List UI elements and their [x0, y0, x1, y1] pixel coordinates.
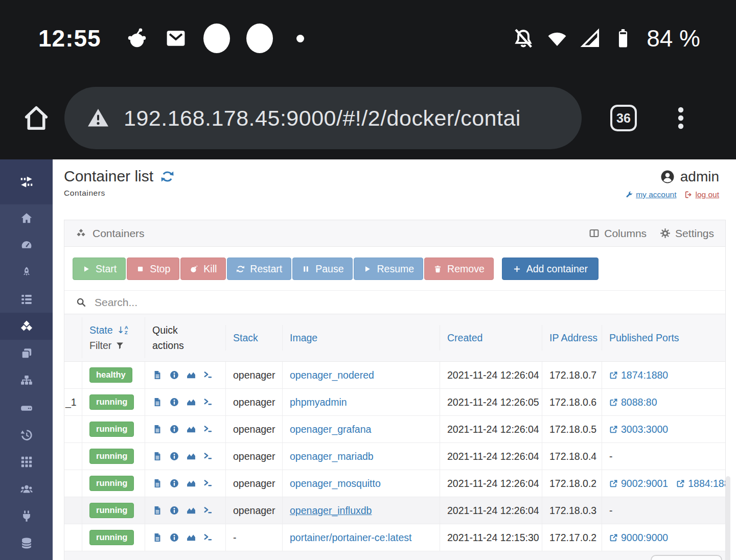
filter-funnel-icon[interactable] — [116, 341, 124, 350]
console-icon[interactable] — [203, 397, 213, 407]
logs-icon[interactable] — [152, 370, 163, 380]
inspect-icon[interactable] — [169, 424, 179, 434]
stats-icon[interactable] — [186, 478, 196, 488]
sync-icon — [236, 265, 245, 273]
restart-button[interactable]: Restart — [227, 258, 291, 280]
table-row: healthyopenageropenager_nodered2021-11-2… — [64, 362, 725, 389]
header-ip-address[interactable]: IP Address — [542, 325, 602, 351]
sidebar-item-dashboard[interactable] — [0, 231, 53, 259]
stop-button[interactable]: Stop — [127, 258, 179, 280]
image-link[interactable]: openager_nodered — [290, 369, 374, 381]
sidebar-item-users[interactable] — [0, 475, 53, 502]
tab-switcher-button[interactable]: 36 — [610, 105, 637, 131]
header-published-ports[interactable]: Published Ports — [602, 325, 725, 351]
sidebar-item-networks[interactable] — [0, 367, 53, 394]
wrench-icon — [625, 191, 633, 199]
stats-icon[interactable] — [186, 424, 196, 434]
sidebar-item-home[interactable] — [0, 204, 53, 231]
published-port-link[interactable]: 9002:9001 — [609, 478, 668, 489]
exchange-arrows-icon — [19, 174, 34, 190]
browser-home-icon[interactable] — [21, 103, 51, 133]
inspect-icon[interactable] — [169, 370, 179, 380]
console-icon[interactable] — [203, 370, 213, 380]
inspect-icon[interactable] — [169, 505, 179, 516]
inspect-icon[interactable] — [169, 451, 179, 461]
refresh-icon[interactable] — [160, 170, 174, 183]
volumes-icon — [20, 401, 33, 414]
inspect-icon[interactable] — [169, 397, 179, 407]
cell-image: openager_mosquitto — [282, 470, 440, 497]
published-port-link[interactable]: 3003:3000 — [609, 424, 668, 435]
console-icon[interactable] — [203, 424, 213, 434]
items-per-page-select[interactable] — [651, 555, 722, 560]
cell-state: running — [82, 416, 145, 442]
header-stack[interactable]: Stack — [225, 325, 282, 351]
battery-icon — [612, 27, 634, 50]
stats-icon[interactable] — [186, 370, 196, 380]
my-account-link[interactable]: my account — [625, 190, 676, 199]
logs-icon[interactable] — [152, 451, 163, 461]
remove-button[interactable]: Remove — [424, 258, 494, 280]
columns-button[interactable]: Columns — [589, 227, 647, 240]
stats-icon[interactable] — [186, 451, 196, 461]
settings-button[interactable]: Settings — [660, 227, 714, 240]
sort-alpha-down-icon[interactable]: ↓AZ — [117, 323, 128, 337]
sidebar-item-volumes[interactable] — [0, 394, 53, 421]
address-bar[interactable]: 192.168.178.45:9000/#!/2/docker/contai — [64, 87, 582, 149]
sidebar-item-containers[interactable] — [0, 313, 53, 340]
user-menu: admin — [660, 169, 719, 185]
kill-button[interactable]: Kill — [180, 258, 226, 280]
console-icon[interactable] — [203, 451, 213, 461]
plus-icon — [513, 265, 521, 273]
search-input[interactable] — [95, 296, 714, 309]
table-row: running-portainer/portainer-ce:latest202… — [64, 524, 725, 551]
browser-menu-icon[interactable] — [668, 105, 694, 131]
inspect-icon[interactable] — [169, 478, 179, 488]
stats-icon[interactable] — [186, 532, 196, 543]
sidebar-collapse-toggle[interactable] — [0, 159, 53, 204]
header-image[interactable]: Image — [282, 325, 440, 351]
header-created[interactable]: Created — [440, 325, 542, 351]
image-link[interactable]: openager_influxdb — [290, 505, 372, 517]
not-secure-warning-icon[interactable] — [86, 106, 110, 130]
logs-icon[interactable] — [152, 505, 163, 516]
inspect-icon[interactable] — [169, 532, 179, 543]
sidebar-item-events[interactable] — [0, 421, 53, 448]
cell-name-fragment — [64, 470, 82, 497]
logs-icon[interactable] — [152, 478, 163, 488]
start-button[interactable]: Start — [73, 258, 126, 280]
cell-image: phpmyadmin — [282, 389, 440, 415]
log-out-link[interactable]: log out — [684, 190, 719, 199]
sidebar-item-app-templates[interactable] — [0, 259, 53, 286]
pause-button[interactable]: Pause — [292, 258, 353, 280]
image-link[interactable]: phpmyadmin — [290, 396, 347, 408]
published-port-link[interactable]: 1884:1883 — [676, 478, 725, 489]
sidebar-item-endpoints[interactable] — [0, 502, 53, 529]
stats-icon[interactable] — [186, 505, 196, 516]
host-icon — [20, 455, 33, 469]
sidebar-item-images[interactable] — [0, 340, 53, 367]
published-port-link[interactable]: 1874:1880 — [609, 369, 668, 381]
sidebar-item-stacks[interactable] — [0, 286, 53, 313]
sidebar-item-host[interactable] — [0, 448, 53, 475]
logs-icon[interactable] — [152, 424, 163, 434]
sidebar-item-registries[interactable] — [0, 529, 53, 556]
resume-button[interactable]: Resume — [354, 258, 423, 280]
scrollbar-thumb[interactable] — [726, 476, 730, 560]
table-row: runningopenageropenager_grafana2021-11-2… — [64, 416, 725, 443]
published-port-link[interactable]: 9000:9000 — [609, 532, 668, 544]
console-icon[interactable] — [203, 532, 213, 543]
cell-quick-actions — [145, 524, 225, 551]
stats-icon[interactable] — [186, 397, 196, 407]
image-link[interactable]: portainer/portainer-ce:latest — [290, 532, 411, 544]
console-icon[interactable] — [203, 505, 213, 516]
logs-icon[interactable] — [152, 397, 163, 407]
image-link[interactable]: openager_mariadb — [290, 451, 374, 462]
logs-icon[interactable] — [152, 532, 163, 543]
search-row — [64, 290, 725, 314]
image-link[interactable]: openager_grafana — [290, 424, 371, 435]
add-container-button[interactable]: Add container — [502, 258, 599, 280]
image-link[interactable]: openager_mosquitto — [290, 478, 381, 489]
console-icon[interactable] — [203, 478, 213, 488]
published-port-link[interactable]: 8088:80 — [609, 396, 657, 408]
